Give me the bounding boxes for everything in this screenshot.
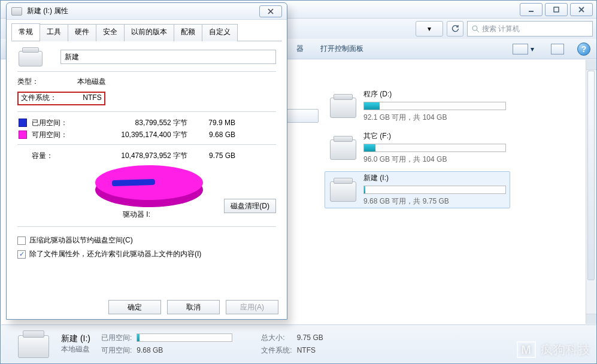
tab-custom[interactable]: 自定义: [202, 24, 238, 41]
details-fs-label: 文件系统:: [261, 345, 292, 356]
svg-line-5: [477, 30, 479, 32]
view-options-button[interactable]: ▾: [509, 41, 538, 57]
compress-checkbox[interactable]: [17, 236, 26, 245]
dialog-button-row: 确定 取消 应用(A): [7, 300, 287, 314]
search-input[interactable]: 搜索 计算机: [467, 21, 593, 37]
tab-hardware[interactable]: 硬件: [68, 24, 96, 41]
pie-drive-label: 驱动器 I:: [123, 210, 150, 220]
volume-name-input[interactable]: [60, 50, 276, 64]
minimize-button[interactable]: [520, 3, 543, 16]
cancel-button[interactable]: 取消: [167, 300, 220, 314]
search-placeholder: 搜索 计算机: [482, 24, 520, 34]
tab-general[interactable]: 常规: [11, 23, 40, 41]
scroll-thumb[interactable]: [587, 71, 595, 280]
help-button[interactable]: ?: [577, 43, 590, 56]
drive-name: 其它 (F:): [363, 131, 506, 141]
dialog-title: 新建 (I:) 属性: [27, 6, 68, 16]
volume-icon: [17, 47, 44, 66]
group-expander[interactable]: [287, 109, 319, 123]
drive-item-f[interactable]: 其它 (F:) 96.0 GB 可用，共 104 GB: [325, 129, 510, 166]
tab-quota[interactable]: 配额: [174, 24, 202, 41]
search-icon: [471, 25, 480, 33]
drive-usage-bar: [363, 102, 506, 110]
drive-item-d[interactable]: 程序 (D:) 92.1 GB 可用，共 104 GB: [325, 87, 510, 125]
apply-button[interactable]: 应用(A): [226, 300, 278, 314]
drive-icon: [329, 178, 357, 202]
drive-icon: [329, 136, 357, 160]
dialog-titlebar: 新建 (I:) 属性: [7, 3, 287, 20]
tab-prev[interactable]: 以前的版本: [124, 24, 174, 41]
fs-label: 文件系统：: [21, 93, 77, 103]
tab-general-body: 类型： 本地磁盘 文件系统： NTFS 已用空间： 83,799,552 字节 …: [7, 41, 287, 266]
filesystem-highlight: 文件系统： NTFS: [17, 92, 105, 105]
capacity-bytes: 10,478,973,952 字节: [84, 151, 187, 161]
compress-label: 压缩此驱动器以节约磁盘空间(C): [29, 235, 133, 245]
drive-name: 程序 (D:): [363, 89, 506, 99]
drive-free-text: 96.0 GB 可用，共 104 GB: [363, 154, 506, 165]
capacity-label: 容量：: [32, 151, 84, 161]
free-color-swatch: [19, 131, 27, 139]
view-icon: [513, 44, 528, 54]
explorer-scrollbar[interactable]: [586, 60, 596, 324]
type-value: 本地磁盘: [77, 77, 106, 87]
details-free-value: 9.68 GB: [137, 346, 232, 354]
details-total-value: 9.75 GB: [297, 333, 323, 342]
used-bytes: 83,799,552 字节: [84, 118, 187, 128]
drive-usage-bar: [363, 186, 506, 194]
svg-point-4: [472, 26, 477, 31]
used-hr: 79.9 MB: [187, 119, 235, 127]
refresh-button[interactable]: [447, 21, 463, 37]
used-color-swatch: [19, 119, 27, 127]
properties-dialog: 新建 (I:) 属性 常规 工具 硬件 安全 以前的版本 配额 自定义 类型： …: [6, 2, 287, 320]
scroll-up-button[interactable]: [586, 60, 596, 70]
drive-item-i[interactable]: 新建 (I:) 9.68 GB 可用，共 9.75 GB: [325, 171, 510, 208]
drive-list: 程序 (D:) 92.1 GB 可用，共 104 GB 其它 (F:) 96.0…: [325, 87, 510, 208]
details-subtitle: 本地磁盘: [61, 344, 90, 354]
type-label: 类型：: [17, 77, 77, 87]
details-free-label: 可用空间:: [101, 345, 132, 356]
free-hr: 9.68 GB: [187, 131, 235, 139]
toolbar-item-organize[interactable]: 器: [293, 41, 307, 56]
tab-security[interactable]: 安全: [96, 24, 125, 41]
ok-button[interactable]: 确定: [108, 300, 161, 314]
toolbar-item-control-panel[interactable]: 打开控制面板: [317, 41, 367, 56]
usage-pie-chart: [95, 165, 203, 207]
details-drive-icon: [17, 330, 50, 358]
close-button[interactable]: [570, 3, 593, 16]
scroll-down-button[interactable]: [586, 314, 596, 324]
watermark-text: 疯狗科技: [541, 342, 591, 358]
preview-pane-button[interactable]: [547, 41, 568, 57]
index-label: 除了文件属性外，还允许索引此驱动器上文件的内容(I): [29, 249, 201, 259]
maximize-button[interactable]: [545, 3, 568, 16]
drive-icon: [329, 94, 357, 118]
details-total-label: 总大小:: [261, 333, 292, 343]
drive-free-text: 9.68 GB 可用，共 9.75 GB: [363, 196, 506, 207]
tab-tools[interactable]: 工具: [40, 24, 68, 41]
watermark-logo-icon: M: [517, 341, 536, 358]
svg-rect-1: [554, 7, 559, 12]
drive-name: 新建 (I:): [363, 173, 506, 183]
fs-value: NTFS: [83, 93, 101, 102]
details-used-bar: [137, 333, 232, 342]
free-label: 可用空间：: [32, 130, 84, 140]
free-bytes: 10,395,174,400 字节: [84, 130, 187, 140]
drive-free-text: 92.1 GB 可用，共 104 GB: [363, 113, 506, 123]
preview-pane-icon: [551, 44, 564, 54]
drive-icon: [11, 7, 22, 16]
space-table: 已用空间： 83,799,552 字节 79.9 MB 可用空间： 10,395…: [19, 117, 276, 141]
watermark: M 疯狗科技: [517, 341, 591, 358]
capacity-hr: 9.75 GB: [187, 151, 235, 160]
details-fs-value: NTFS: [297, 346, 323, 354]
details-pane: 新建 (I:) 本地磁盘 已用空间: 可用空间: 9.68 GB 总大小: 9.…: [1, 324, 596, 363]
disk-cleanup-button[interactable]: 磁盘清理(D): [224, 199, 276, 213]
details-title: 新建 (I:): [61, 333, 90, 344]
used-label: 已用空间：: [32, 118, 84, 128]
details-used-label: 已用空间:: [101, 333, 132, 343]
dialog-close-button[interactable]: [259, 5, 282, 17]
dialog-tabs: 常规 工具 硬件 安全 以前的版本 配额 自定义: [11, 23, 282, 41]
address-dropdown[interactable]: ▾: [416, 21, 443, 37]
index-checkbox[interactable]: [17, 250, 26, 259]
drive-usage-bar: [363, 144, 506, 152]
